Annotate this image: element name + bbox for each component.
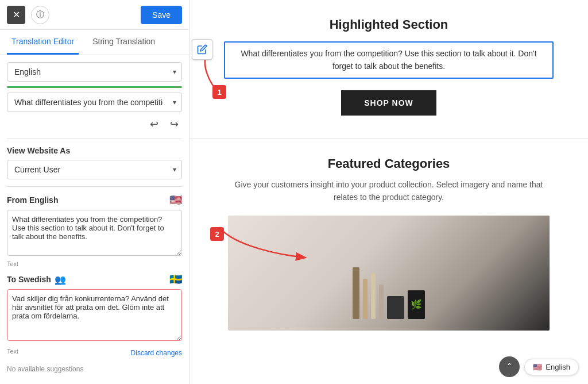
undo-redo-bar: ↩ ↪: [7, 117, 182, 132]
view-as-dropdown-wrapper: Current User: [7, 160, 182, 179]
lang-badge-flag: 🇺🇸: [533, 363, 542, 371]
people-icon: 👥: [55, 274, 66, 285]
to-flag: 🇸🇪: [169, 273, 182, 286]
language-dropdown[interactable]: English: [7, 62, 182, 82]
lang-badge-label: English: [546, 363, 570, 371]
redo-button[interactable]: ↪: [167, 117, 182, 132]
view-website-label: View Website As: [7, 146, 182, 155]
obj-ruler: [353, 267, 359, 319]
to-text-area[interactable]: Vad skiljer dig från konkurrenterna? Anv…: [7, 289, 182, 341]
from-flag: 🇺🇸: [169, 194, 182, 206]
pencil-edit-button[interactable]: [192, 39, 212, 60]
shop-now-button[interactable]: SHOP NOW: [341, 90, 436, 116]
panel-content: English What differentiates you from the…: [0, 55, 189, 384]
obj-box2: 🌿: [408, 290, 425, 319]
from-text-area[interactable]: What differentiates you from the competi…: [7, 210, 182, 256]
obj-pen3: [379, 285, 384, 319]
view-as-dropdown[interactable]: Current User: [7, 160, 182, 179]
featured-section: Featured Categories Give your customers …: [189, 139, 588, 348]
to-label: To Swedish: [7, 275, 51, 284]
save-button[interactable]: Save: [141, 6, 182, 24]
language-badge[interactable]: 🇺🇸 English: [524, 359, 579, 375]
featured-title: Featured Categories: [224, 156, 554, 171]
annotation-badge-1: 1: [212, 85, 226, 99]
language-dropdown-wrapper: English: [7, 62, 182, 82]
to-header: To Swedish 👥 🇸🇪: [7, 273, 182, 286]
undo-button[interactable]: ↩: [146, 117, 162, 132]
featured-desc: Give your customers insight into your pr…: [224, 178, 554, 204]
from-label: From English: [7, 195, 58, 205]
highlighted-desc: What differentiates you from the competi…: [224, 41, 554, 79]
from-header: From English 🇺🇸: [7, 194, 182, 206]
featured-image: 🌿: [228, 216, 550, 331]
from-section: From English 🇺🇸 What differentiates you …: [7, 194, 182, 267]
right-panel: 1 2 Highlighted Section: [189, 0, 588, 348]
top-bar: ✕ ⓘ Save: [0, 0, 189, 30]
obj-pen2: [371, 273, 376, 319]
bottom-lang-bar: ˄ 🇺🇸 English: [499, 356, 579, 377]
left-panel: ✕ ⓘ Save Translation Editor String Trans…: [0, 0, 189, 384]
string-dropdown[interactable]: What differentiates you from the competi…: [7, 93, 182, 112]
discard-row: Text Discard changes: [7, 345, 182, 360]
string-dropdown-wrapper: What differentiates you from the competi…: [7, 93, 182, 112]
to-header-left: To Swedish 👥: [7, 274, 66, 285]
tab-string-translation[interactable]: String Translation: [88, 30, 160, 55]
from-field-type: Text: [7, 260, 182, 267]
divider-1: [7, 139, 182, 139]
obj-box1: [387, 296, 404, 319]
info-button[interactable]: ⓘ: [31, 6, 49, 24]
scroll-top-button[interactable]: ˄: [499, 356, 520, 377]
leaf-icon: 🌿: [411, 299, 422, 310]
language-indicator-bar: [7, 86, 182, 88]
close-button[interactable]: ✕: [7, 6, 25, 24]
tab-translation-editor[interactable]: Translation Editor: [7, 30, 79, 55]
to-section: To Swedish 👥 🇸🇪 Vad skiljer dig från kon…: [7, 273, 182, 373]
to-field-type: Text: [7, 348, 18, 355]
annotation-badge-2: 2: [210, 227, 224, 241]
no-suggestions-text: No available suggestions: [7, 365, 182, 373]
divider-2: [7, 186, 182, 187]
tabs-bar: Translation Editor String Translation: [0, 30, 189, 55]
highlighted-title: Highlighted Section: [224, 17, 554, 32]
featured-objects: 🌿: [353, 267, 425, 319]
highlighted-section: Highlighted Section What differentiates …: [189, 0, 588, 139]
obj-pen1: [363, 279, 368, 319]
discard-button[interactable]: Discard changes: [131, 349, 182, 357]
right-panel-wrapper: 1 2 Highlighted Section: [189, 0, 588, 384]
